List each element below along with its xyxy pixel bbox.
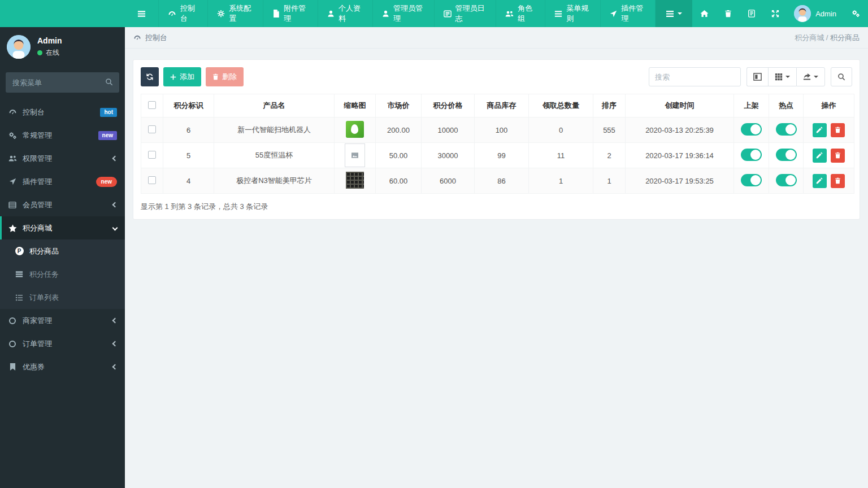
col-header-sort[interactable]: 排序 (593, 94, 626, 117)
cell-score-price: 6000 (422, 168, 475, 194)
refresh-button[interactable] (141, 67, 159, 86)
sidebar-item-label: 积分商品 (29, 246, 117, 256)
col-header-received[interactable]: 领取总数量 (529, 94, 593, 117)
sidebar-item-plugin-manage[interactable]: 插件管理 new (0, 170, 125, 193)
delete-row-button[interactable] (831, 174, 845, 188)
col-header-thumb[interactable]: 缩略图 (335, 94, 376, 117)
select-all-checkbox[interactable] (148, 101, 156, 109)
nav-tabs-dropdown[interactable] (656, 0, 692, 27)
content-header: 控制台 积分商城 / 积分商品 (125, 27, 868, 49)
nav-item-menu-rule[interactable]: 菜单规则 (545, 0, 600, 27)
sidebar-item-general-manage[interactable]: 常规管理 new (0, 124, 125, 147)
cell-id: 5 (163, 143, 214, 168)
on-shelf-toggle[interactable] (741, 149, 762, 161)
edit-button[interactable] (813, 174, 827, 188)
table-header-row: 积分标识 产品名 缩略图 市场价 积分价格 商品库存 领取总数量 排序 创建时间… (141, 94, 854, 117)
home-button[interactable] (692, 0, 717, 27)
online-status: 在线 (37, 48, 62, 58)
file-icon (272, 10, 280, 18)
col-header-operate[interactable]: 操作 (804, 94, 854, 117)
sidebar-subitem-score-task[interactable]: 积分任务 (0, 263, 125, 286)
export-button[interactable] (796, 67, 825, 86)
chevron-left-icon (112, 318, 118, 324)
cell-stock: 99 (475, 143, 529, 168)
dashboard-icon (133, 34, 141, 42)
sidebar-subitem-order-list[interactable]: 订单列表 (0, 286, 125, 309)
hot-toggle[interactable] (776, 123, 797, 136)
edit-button[interactable] (813, 149, 827, 163)
user-menu[interactable]: Admin (787, 0, 843, 27)
table-row[interactable]: 5 55度恒温杯 50.00 30000 99 11 2 2020-03-17 … (141, 143, 854, 168)
table-row[interactable]: 4 极控者N3智能美甲芯片 60.00 6000 86 1 1 2020-03-… (141, 168, 854, 194)
users-icon (505, 10, 514, 18)
sidebar-subitem-score-goods[interactable]: P 积分商品 (0, 239, 125, 263)
cell-sort: 1 (593, 168, 626, 194)
sidebar-toggle-button[interactable] (125, 0, 158, 27)
col-header-on-shelf[interactable]: 上架 (734, 94, 769, 117)
product-thumbnail[interactable] (346, 121, 364, 138)
nav-item-console[interactable]: 控制台 (158, 0, 207, 27)
search-toggle-button[interactable] (831, 67, 852, 86)
settings-button[interactable] (843, 0, 868, 27)
sidebar-item-score-mall[interactable]: 积分商城 (0, 216, 125, 239)
col-header-name[interactable]: 产品名 (214, 94, 335, 117)
product-thumbnail[interactable] (346, 172, 364, 189)
sidebar-item-label: 会员管理 (23, 200, 107, 210)
plugin-icon (610, 10, 617, 18)
sidebar-item-permission-manage[interactable]: 权限管理 (0, 147, 125, 170)
nav-item-plugin-manage[interactable]: 插件管理 (600, 0, 656, 27)
on-shelf-toggle[interactable] (741, 174, 762, 186)
sidebar-item-merchant-manage[interactable]: 商家管理 (0, 309, 125, 332)
breadcrumb-parent[interactable]: 积分商城 (795, 33, 824, 42)
sidebar-item-member-manage[interactable]: 会员管理 (0, 193, 125, 216)
row-checkbox[interactable] (148, 125, 156, 133)
broken-image-icon[interactable] (345, 143, 365, 167)
clear-cache-button[interactable] (717, 0, 740, 27)
add-button-label: 添加 (180, 72, 194, 82)
caret-down-icon (785, 76, 790, 78)
delete-row-button[interactable] (831, 149, 845, 163)
nav-item-label: 控制台 (180, 3, 198, 24)
hot-toggle[interactable] (776, 149, 797, 161)
hot-toggle[interactable] (776, 174, 797, 186)
card-view-icon (753, 73, 762, 81)
search-icon[interactable] (105, 78, 113, 86)
on-shelf-toggle[interactable] (741, 123, 762, 136)
nav-item-attachment[interactable]: 附件管理 (263, 0, 318, 27)
col-header-market-price[interactable]: 市场价 (376, 94, 422, 117)
grid-icon (775, 73, 783, 81)
sidebar-item-coupon[interactable]: 优惠券 (0, 355, 125, 378)
add-button[interactable]: 添加 (163, 67, 201, 86)
columns-button[interactable] (768, 67, 796, 86)
table-search-input[interactable] (649, 67, 741, 86)
delete-button[interactable]: 删除 (206, 67, 244, 86)
nav-item-admin-manage[interactable]: 管理员管理 (372, 0, 434, 27)
col-header-created[interactable]: 创建时间 (626, 94, 734, 117)
toggle-view-button[interactable] (747, 67, 768, 86)
nav-item-label: 菜单规则 (566, 3, 591, 24)
edit-button[interactable] (813, 123, 827, 137)
sidebar-item-console[interactable]: 控制台 hot (0, 101, 125, 124)
table-row[interactable]: 6 新一代智能扫地机器人 200.00 10000 100 0 555 2020… (141, 117, 854, 143)
cell-name: 新一代智能扫地机器人 (214, 117, 335, 143)
cell-sort: 555 (593, 117, 626, 143)
cell-received: 1 (529, 168, 593, 194)
col-header-hot[interactable]: 热点 (769, 94, 804, 117)
col-header-id[interactable]: 积分标识 (163, 94, 214, 117)
nav-item-profile[interactable]: 个人资料 (318, 0, 372, 27)
sidebar-item-order-manage[interactable]: 订单管理 (0, 332, 125, 355)
delete-row-button[interactable] (831, 123, 845, 137)
nav-item-admin-log[interactable]: 管理员日志 (434, 0, 496, 27)
nav-item-label: 插件管理 (621, 3, 646, 24)
admin-icon (382, 10, 389, 18)
nav-item-system-config[interactable]: 系统配置 (207, 0, 263, 27)
col-header-score-price[interactable]: 积分价格 (422, 94, 475, 117)
docs-button[interactable] (740, 0, 763, 27)
nav-item-role-group[interactable]: 角色组 (496, 0, 545, 27)
fullscreen-button[interactable] (763, 0, 787, 27)
breadcrumb-left-label[interactable]: 控制台 (145, 33, 167, 43)
row-checkbox[interactable] (148, 151, 156, 159)
col-header-stock[interactable]: 商品库存 (475, 94, 529, 117)
menu-search-input[interactable] (6, 72, 119, 93)
row-checkbox[interactable] (148, 176, 156, 184)
